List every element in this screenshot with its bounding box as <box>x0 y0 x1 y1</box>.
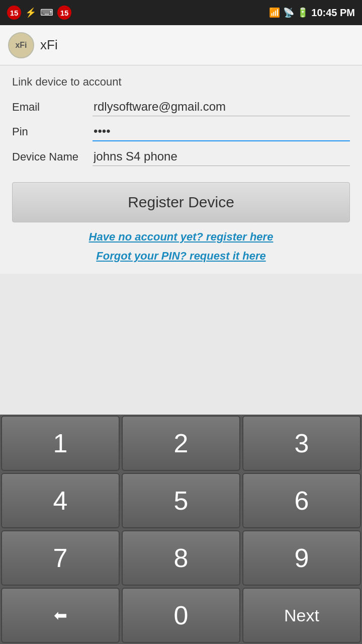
key-0[interactable]: 0 <box>122 588 240 643</box>
key-2[interactable]: 2 <box>122 416 240 471</box>
status-left: 15 ⚡ ⌨ 15 <box>7 6 71 20</box>
signal-icon: 📡 <box>283 7 294 18</box>
keyboard-row-4: ⬅ 0 Next <box>0 587 362 644</box>
keyboard-row-2: 4 5 6 <box>0 472 362 529</box>
notification-badge-1: 15 <box>7 6 21 20</box>
key-6[interactable]: 6 <box>242 473 361 528</box>
key-7[interactable]: 7 <box>1 530 120 586</box>
main-content: Link device to account Email Pin Device … <box>0 65 362 274</box>
no-account-link[interactable]: Have no account yet? register here <box>12 230 350 244</box>
keyboard: 1 2 3 4 5 6 7 8 9 ⬅ 0 Next <box>0 415 362 644</box>
notification-badge-2: 15 <box>57 6 71 20</box>
keyboard-row-3: 7 8 9 <box>0 529 362 587</box>
key-5[interactable]: 5 <box>122 473 240 528</box>
page-heading: Link device to account <box>12 75 350 89</box>
pin-row: Pin <box>12 122 350 141</box>
app-bar: xFi xFi <box>0 25 362 65</box>
key-1[interactable]: 1 <box>1 416 120 471</box>
key-9[interactable]: 9 <box>242 530 361 586</box>
status-right: 📶 📡 🔋 10:45 PM <box>269 7 355 19</box>
battery-icon: 🔋 <box>297 7 308 18</box>
app-title: xFi <box>40 37 58 53</box>
keyboard-row-1: 1 2 3 <box>0 415 362 472</box>
email-row: Email <box>12 98 350 116</box>
device-name-row: Device Name <box>12 147 350 166</box>
pin-field[interactable] <box>93 122 350 141</box>
key-8[interactable]: 8 <box>122 530 240 586</box>
clock: 10:45 PM <box>311 7 355 19</box>
app-logo: xFi <box>8 32 34 58</box>
email-field[interactable] <box>93 98 350 116</box>
keyboard-icon: ⌨ <box>40 7 53 18</box>
app-logo-text: xFi <box>15 41 27 50</box>
usb-icon: ⚡ <box>25 7 36 18</box>
pin-label: Pin <box>12 125 93 138</box>
device-name-field[interactable] <box>93 147 350 166</box>
key-next[interactable]: Next <box>242 588 361 643</box>
key-4[interactable]: 4 <box>1 473 120 528</box>
key-backspace[interactable]: ⬅ <box>1 588 120 643</box>
key-3[interactable]: 3 <box>242 416 361 471</box>
status-bar: 15 ⚡ ⌨ 15 📶 📡 🔋 10:45 PM <box>0 0 362 25</box>
wifi-icon: 📶 <box>269 7 280 18</box>
forgot-pin-link[interactable]: Forgot your PIN? request it here <box>12 250 350 263</box>
device-name-label: Device Name <box>12 150 93 164</box>
email-label: Email <box>12 101 93 114</box>
register-device-button[interactable]: Register Device <box>12 182 350 222</box>
